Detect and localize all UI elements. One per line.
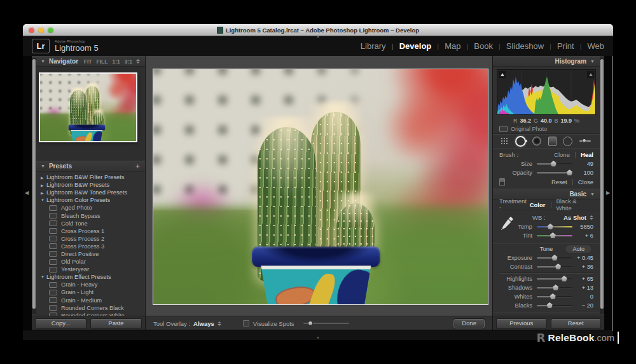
minimize-button[interactable] [38, 27, 44, 33]
previous-button[interactable]: Previous [496, 318, 547, 329]
navigator-thumbnail[interactable] [39, 72, 137, 142]
slider-track[interactable] [537, 266, 572, 267]
paste-button[interactable]: Paste [90, 318, 142, 329]
collapse-left-panel-icon[interactable]: ◀ [25, 190, 29, 196]
collapse-right-panel-icon[interactable]: ▶ [606, 190, 610, 196]
slider-track[interactable] [537, 163, 572, 165]
slider-track[interactable] [537, 278, 572, 280]
preset-row[interactable]: Cold Tone [32, 220, 145, 227]
slider-thumb[interactable] [550, 233, 556, 238]
module-tab[interactable]: Print [544, 41, 574, 51]
histogram-graph[interactable] [497, 69, 596, 115]
slider-track[interactable] [537, 172, 572, 173]
slider-row: Contrast + 36 [493, 262, 600, 271]
slider-track[interactable] [537, 235, 572, 236]
slider-thumb[interactable] [562, 276, 567, 281]
reset-button[interactable]: Reset [551, 318, 602, 329]
slider-thumb[interactable] [553, 285, 558, 290]
adjustment-brush-tool-icon[interactable] [579, 140, 591, 142]
slider-track[interactable] [537, 287, 572, 288]
auto-tone-button[interactable]: Auto [565, 245, 592, 253]
copy-button[interactable]: Copy... [35, 318, 86, 329]
slider-track[interactable] [537, 296, 572, 297]
preset-row[interactable]: ▶ Lightroom B&W Toned Presets [32, 189, 145, 196]
slider-thumb[interactable] [552, 255, 558, 260]
right-scrollbar[interactable] [600, 58, 604, 314]
popup-arrows-icon[interactable] [590, 215, 593, 220]
preset-row[interactable]: ▶ Lightroom B&W Filter Presets [32, 173, 145, 181]
zoom-level-arrows-icon[interactable] [136, 59, 140, 64]
preset-row[interactable]: Grain - Medium [32, 297, 145, 304]
main-photo[interactable] [153, 69, 488, 305]
histogram-header[interactable]: Histogram ▼ [493, 56, 600, 67]
preset-row[interactable]: Grain - Heavy [32, 281, 145, 288]
preset-row[interactable]: Bleach Bypass [32, 212, 145, 219]
popup-arrows-icon[interactable] [218, 321, 221, 326]
slider-knob[interactable] [308, 321, 313, 326]
radial-filter-tool-icon[interactable] [563, 137, 572, 146]
slider-track[interactable] [537, 226, 572, 227]
slider-thumb[interactable] [567, 170, 572, 175]
preset-row[interactable]: ▼ Lightroom Color Presets [32, 196, 145, 204]
red-eye-tool-icon[interactable] [532, 137, 541, 145]
preset-row[interactable]: Cross Process 3 [32, 243, 145, 250]
slider-track[interactable] [537, 257, 572, 259]
crop-overlay-tool-icon[interactable] [501, 137, 508, 145]
left-scrollbar[interactable] [32, 58, 36, 314]
heal-mode-button[interactable]: Heal [581, 151, 593, 158]
visualize-spots-checkbox[interactable] [243, 320, 249, 327]
module-tab[interactable]: Web [574, 41, 604, 51]
add-preset-button[interactable]: + [135, 162, 140, 171]
zoom-mode[interactable]: 3:1 [125, 58, 132, 65]
tool-overlay-value[interactable]: Always [193, 320, 214, 327]
highlight-clipping-indicator[interactable] [587, 71, 594, 78]
preset-row[interactable]: Direct Positive [32, 250, 145, 258]
slider-thumb[interactable] [555, 264, 561, 269]
wb-preset-value[interactable]: As Shot [563, 214, 586, 221]
slider-thumb[interactable] [548, 224, 553, 229]
traffic-lights [29, 27, 53, 33]
module-tab[interactable]: Book [460, 41, 493, 51]
preset-row[interactable]: Old Polar [32, 258, 145, 266]
graduated-filter-tool-icon[interactable] [548, 137, 556, 146]
zoom-mode[interactable]: FILL [96, 58, 107, 65]
slider-thumb[interactable] [550, 293, 556, 299]
collapse-bottom-panel-icon[interactable]: ▼ [316, 336, 320, 340]
slider-thumb[interactable] [551, 161, 556, 166]
preset-row[interactable]: Aged Photo [32, 204, 145, 212]
reset-spot-button[interactable]: Reset [551, 179, 567, 185]
preset-row[interactable]: Rounded Corners Black [32, 304, 145, 312]
slider-thumb[interactable] [547, 302, 553, 308]
close-button[interactable] [29, 27, 34, 33]
close-spot-button[interactable]: Close [578, 179, 593, 185]
wb-eyedropper-icon[interactable] [501, 215, 515, 233]
zoom-button[interactable] [48, 27, 53, 33]
shadow-clipping-indicator[interactable] [499, 71, 506, 78]
module-tab[interactable]: Develop [386, 41, 432, 51]
done-button[interactable]: Done [453, 319, 485, 328]
treatment-bw-button[interactable]: Black & White [556, 198, 594, 212]
module-tab[interactable]: Map [431, 41, 460, 51]
scrollbar-thumb[interactable] [32, 59, 36, 309]
collapse-top-panel-icon[interactable]: ▲ [316, 34, 320, 38]
module-tab[interactable]: Slideshow [493, 41, 544, 51]
presets-header[interactable]: ▼ Presets + [32, 161, 145, 172]
preset-row[interactable]: ▶ Lightroom B&W Presets [32, 181, 145, 189]
navigator-header[interactable]: ▼ Navigator FIT FILL 1:1 [32, 56, 145, 67]
zoom-mode[interactable]: 1:1 [112, 58, 120, 65]
preset-row[interactable]: ▼ Lightroom Effect Presets [32, 273, 145, 281]
zoom-mode[interactable]: FIT [84, 58, 92, 65]
original-photo-row[interactable]: Original Photo [493, 125, 600, 133]
preset-row[interactable]: Cross Process 1 [32, 227, 145, 235]
treatment-color-button[interactable]: Color [530, 201, 546, 208]
panel-switch-icon[interactable] [499, 178, 505, 186]
preset-row[interactable]: Grain - Light [32, 288, 145, 296]
preset-row[interactable]: Cross Process 2 [32, 235, 145, 243]
spot-removal-tool-icon[interactable] [515, 136, 526, 147]
scrollbar-thumb[interactable] [600, 59, 604, 309]
preset-row[interactable]: Yesteryear [32, 266, 145, 273]
slider-track[interactable] [537, 305, 572, 306]
clone-mode-button[interactable]: Clone [554, 151, 570, 158]
module-tab[interactable]: Library [361, 41, 386, 51]
visualize-spots-slider[interactable] [303, 323, 349, 324]
